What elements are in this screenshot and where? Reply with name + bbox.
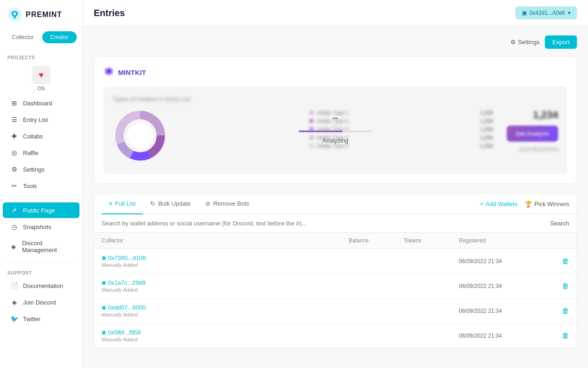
collector-address[interactable]: ▣ 0x5fbf...f958: [102, 329, 349, 336]
search-input[interactable]: [102, 220, 550, 227]
raffle-icon: ◎: [10, 149, 18, 156]
collector-sub: Manually Added: [102, 337, 349, 342]
col-header-balance: Balance: [349, 237, 404, 244]
trophy-icon: 🏆: [525, 201, 532, 207]
tabs-right: + Add Wallets 🏆 Pick Winners: [480, 198, 569, 210]
table-row: ▣ 0xdd07...6000 Manually Added 06/09/202…: [94, 299, 577, 323]
plus-icon: +: [480, 201, 484, 207]
main-area: Entries ▣ 0x42d1...A0e6 ▾ ⚙ Settings Exp…: [83, 0, 588, 368]
chart-area: Types of Holders in Entry List H: [103, 86, 567, 174]
tabs-left: ≡ Full List ↻ Bulk Update ⊘ Remove Bots: [102, 194, 256, 214]
sidebar-item-settings[interactable]: ⚙ Settings: [3, 161, 79, 177]
svg-point-10: [127, 123, 153, 149]
snapshots-icon: ◷: [10, 223, 18, 230]
documentation-icon: 📄: [10, 282, 18, 289]
table-row: ▣ 0x5fbf...f958 Manually Added 06/09/202…: [94, 323, 577, 348]
registered-date: 06/09/2022 21:34: [459, 333, 551, 339]
tabs-area: ≡ Full List ↻ Bulk Update ⊘ Remove Bots …: [94, 193, 577, 349]
sidebar-item-entry-list[interactable]: ☰ Entry List: [3, 112, 79, 127]
logo-text: PREMINT: [26, 11, 62, 19]
sidebar-item-label: Documentation: [23, 282, 63, 289]
sidebar-item-label: Raffle: [23, 150, 39, 156]
page-title: Entries: [94, 8, 125, 18]
collector-address[interactable]: ▣ 0x1a7c...29d9: [102, 279, 349, 286]
delete-button[interactable]: 🗑: [551, 282, 569, 290]
sidebar-item-join-discord[interactable]: ◈ Join Discord: [3, 294, 79, 310]
col-header-tokens: Tokens: [404, 237, 459, 244]
mintkit-icon: [103, 66, 114, 79]
sidebar-item-dashboard[interactable]: ⊞ Dashboard: [3, 95, 79, 111]
full-list-icon: ≡: [109, 200, 113, 207]
sidebar-item-collabs[interactable]: ✚ Collabs: [3, 128, 79, 144]
wallet-button[interactable]: ▣ 0x42d1...A0e6 ▾: [515, 6, 577, 19]
pick-winners-button[interactable]: 🏆 Pick Winners: [525, 198, 569, 210]
collabs-icon: ✚: [10, 132, 18, 140]
delete-button[interactable]: 🗑: [551, 257, 569, 265]
chevron-down-icon: ▾: [568, 10, 571, 16]
col-header-registered: Registered: [459, 237, 551, 244]
sidebar-item-twitter[interactable]: 🐦 Twitter: [3, 311, 79, 327]
analyzing-text: Analyzing: [322, 137, 348, 144]
tools-icon: ✂: [10, 182, 18, 190]
svg-point-4: [107, 70, 110, 73]
blurred-stat-2: some blurred text: [519, 146, 558, 152]
sidebar: PREMINT Collector Creator Projects ♥ OS …: [0, 0, 83, 368]
wallet-icon: ▣: [522, 10, 527, 16]
entry-list-icon: ☰: [10, 116, 18, 123]
bulk-update-icon: ↻: [150, 200, 155, 207]
registered-date: 06/09/2022 21:34: [459, 308, 551, 314]
sidebar-item-label: Entry List: [23, 116, 48, 123]
wallet-icon-small: ▣: [102, 329, 106, 335]
legend-label: Holder Type 5: [317, 143, 476, 149]
chart-action-area: 1,234 Get Analysis some blurred text: [507, 109, 558, 152]
sidebar-item-tools[interactable]: ✂ Tools: [3, 178, 79, 194]
col-header-actions: [551, 237, 569, 244]
sidebar-item-raffle[interactable]: ◎ Raffle: [3, 145, 79, 161]
collector-address[interactable]: ▣ 0x7380...d108: [102, 254, 349, 261]
collector-address[interactable]: ▣ 0xdd07...6000: [102, 304, 349, 311]
registered-date: 06/09/2022 21:34: [459, 258, 551, 264]
sidebar-item-label: Join Discord: [23, 299, 56, 306]
sidebar-item-discord[interactable]: ◈ Discord Management: [3, 236, 79, 258]
wallet-icon-small: ▣: [102, 255, 106, 261]
collector-sub: Manually Added: [102, 312, 349, 317]
collector-cell: ▣ 0x5fbf...f958 Manually Added: [102, 329, 349, 342]
toggle-area: Collector Creator: [0, 28, 82, 51]
delete-button[interactable]: 🗑: [551, 307, 569, 315]
creator-toggle[interactable]: Creator: [42, 31, 77, 43]
project-icon: ♥: [32, 66, 51, 84]
tab-bulk-update[interactable]: ↻ Bulk Update: [143, 194, 198, 214]
export-button[interactable]: Export: [545, 35, 577, 49]
tab-full-list[interactable]: ≡ Full List: [102, 194, 143, 214]
discord-icon: ◈: [10, 243, 17, 250]
svg-point-1: [13, 12, 16, 15]
projects-section-label: Projects: [0, 51, 82, 62]
logo-area: PREMINT: [0, 0, 82, 28]
sidebar-item-documentation[interactable]: 📄 Documentation: [3, 278, 79, 293]
blurred-stat: 1,234: [533, 109, 558, 121]
collector-cell: ▣ 0xdd07...6000 Manually Added: [102, 304, 349, 317]
divider-2: [6, 262, 77, 262]
premint-logo-icon: [7, 7, 22, 22]
project-os[interactable]: ♥ OS: [0, 62, 82, 95]
donut-chart: [113, 108, 168, 163]
project-name: OS: [38, 86, 45, 91]
settings-label: Settings: [518, 39, 539, 46]
add-wallets-button[interactable]: + Add Wallets: [480, 198, 517, 210]
collector-toggle[interactable]: Collector: [6, 31, 40, 43]
tab-remove-bots[interactable]: ⊘ Remove Bots: [198, 194, 256, 214]
sidebar-item-label: Twitter: [23, 316, 40, 322]
delete-button[interactable]: 🗑: [551, 332, 569, 340]
table-header: Collector Balance Tokens Registered: [94, 233, 577, 249]
public-page-icon: ⇗: [10, 207, 18, 214]
settings-button[interactable]: ⚙ Settings: [510, 39, 539, 46]
search-button[interactable]: Search: [550, 220, 569, 227]
top-bar: Entries ▣ 0x42d1...A0e6 ▾: [83, 0, 588, 26]
sidebar-item-snapshots[interactable]: ◷ Snapshots: [3, 219, 79, 235]
sidebar-item-public-page[interactable]: ⇗ Public Page: [3, 202, 79, 218]
legend-value: 1,234: [480, 110, 493, 115]
blurred-action-button[interactable]: Get Analysis: [507, 126, 558, 142]
wallet-address: 0x42d1...A0e6: [530, 10, 565, 16]
tabs-header: ≡ Full List ↻ Bulk Update ⊘ Remove Bots …: [94, 194, 577, 214]
wallet-icon-small: ▣: [102, 305, 106, 310]
